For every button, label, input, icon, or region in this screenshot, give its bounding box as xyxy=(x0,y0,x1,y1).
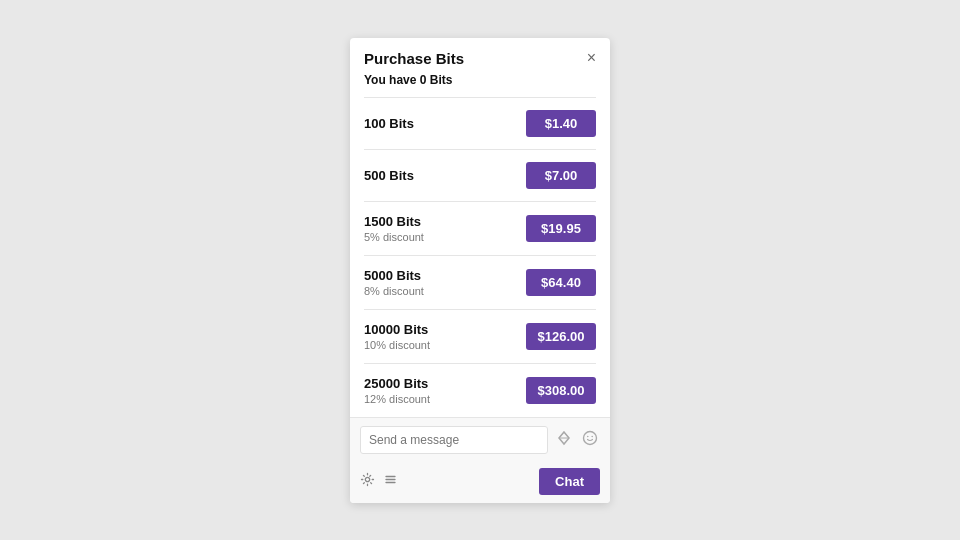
buy-button-2[interactable]: $7.00 xyxy=(526,162,596,189)
packages-list: 100 Bits $1.40 500 Bits $7.00 1500 Bits … xyxy=(350,97,610,417)
bits-info-2: 500 Bits xyxy=(364,168,414,183)
svg-line-3 xyxy=(564,432,569,438)
bits-amount-3: 1500 Bits xyxy=(364,214,424,229)
message-input-row xyxy=(350,418,610,462)
bits-amount-1: 100 Bits xyxy=(364,116,414,131)
svg-point-6 xyxy=(591,436,593,438)
buy-button-6[interactable]: $308.00 xyxy=(526,377,596,404)
package-row-5: 10000 Bits 10% discount $126.00 xyxy=(350,310,610,363)
subtitle-suffix: Bits xyxy=(426,73,452,87)
package-row-6: 25000 Bits 12% discount $308.00 xyxy=(350,364,610,417)
buy-button-3[interactable]: $19.95 xyxy=(526,215,596,242)
close-button[interactable]: × xyxy=(587,50,596,66)
bits-icon-button[interactable] xyxy=(554,430,574,449)
emoji-icon-button[interactable] xyxy=(580,430,600,449)
chat-actions-row: Chat xyxy=(350,462,610,503)
chat-send-button[interactable]: Chat xyxy=(539,468,600,495)
buy-button-1[interactable]: $1.40 xyxy=(526,110,596,137)
bits-discount-4: 8% discount xyxy=(364,285,424,297)
bits-info-3: 1500 Bits 5% discount xyxy=(364,214,424,243)
bits-discount-3: 5% discount xyxy=(364,231,424,243)
bits-amount-4: 5000 Bits xyxy=(364,268,424,283)
svg-line-2 xyxy=(559,432,564,438)
action-icons xyxy=(360,472,398,490)
package-row-4: 5000 Bits 8% discount $64.40 xyxy=(350,256,610,309)
bits-amount-6: 25000 Bits xyxy=(364,376,430,391)
bits-info-5: 10000 Bits 10% discount xyxy=(364,322,430,351)
svg-point-5 xyxy=(587,436,589,438)
bits-info-4: 5000 Bits 8% discount xyxy=(364,268,424,297)
package-row-2: 500 Bits $7.00 xyxy=(350,150,610,201)
subtitle-prefix: You have xyxy=(364,73,420,87)
bits-amount-5: 10000 Bits xyxy=(364,322,430,337)
list-icon-button[interactable] xyxy=(383,472,398,490)
buy-button-4[interactable]: $64.40 xyxy=(526,269,596,296)
buy-button-5[interactable]: $126.00 xyxy=(526,323,596,350)
modal-title: Purchase Bits xyxy=(364,50,464,67)
modal-header: Purchase Bits × xyxy=(350,38,610,71)
bits-info-1: 100 Bits xyxy=(364,116,414,131)
message-input[interactable] xyxy=(360,426,548,454)
bits-discount-5: 10% discount xyxy=(364,339,430,351)
package-row-1: 100 Bits $1.40 xyxy=(350,98,610,149)
svg-point-4 xyxy=(584,432,597,445)
bits-discount-6: 12% discount xyxy=(364,393,430,405)
settings-icon-button[interactable] xyxy=(360,472,375,490)
chat-footer: Chat xyxy=(350,417,610,503)
gear-icon xyxy=(360,472,375,487)
bits-subtitle: You have 0 Bits xyxy=(350,71,610,97)
bits-amount-2: 500 Bits xyxy=(364,168,414,183)
bits-info-6: 25000 Bits 12% discount xyxy=(364,376,430,405)
purchase-bits-modal: Purchase Bits × You have 0 Bits 100 Bits… xyxy=(350,38,610,417)
package-row-3: 1500 Bits 5% discount $19.95 xyxy=(350,202,610,255)
svg-point-7 xyxy=(365,477,369,481)
chat-panel: Purchase Bits × You have 0 Bits 100 Bits… xyxy=(350,38,610,503)
emoji-icon xyxy=(582,430,598,446)
list-icon xyxy=(383,472,398,487)
bits-icon xyxy=(556,430,572,446)
